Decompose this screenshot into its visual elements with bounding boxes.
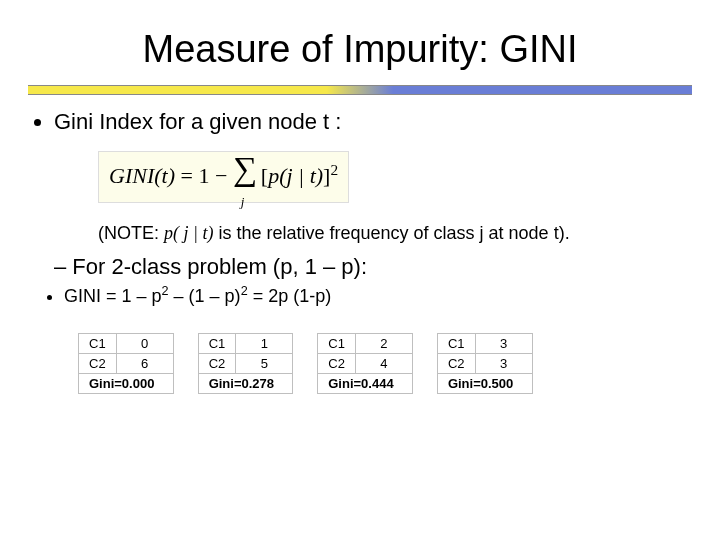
value-c1: 3 [475, 334, 532, 354]
label-c2: C2 [198, 354, 236, 374]
gini-value: Gini=0.444 [318, 374, 413, 394]
bullet-gini-expansion: GINI = 1 – p2 – (1 – p)2 = 2p (1-p) [64, 284, 692, 307]
label-c2: C2 [318, 354, 356, 374]
label-c1: C1 [437, 334, 475, 354]
gini-exp-part2: – (1 – p) [169, 286, 241, 306]
formula-eq: = 1 − [175, 163, 233, 188]
title-divider [28, 85, 692, 95]
page-title: Measure of Impurity: GINI [28, 28, 692, 71]
gini-value: Gini=0.278 [198, 374, 293, 394]
formula-lhs: GINI(t) [109, 163, 175, 188]
gini-exp-part1: GINI = 1 – p [64, 286, 162, 306]
label-c1: C1 [318, 334, 356, 354]
gini-value: Gini=0.000 [79, 374, 174, 394]
bullet-gini-definition: Gini Index for a given node t : [54, 109, 692, 135]
value-c2: 5 [236, 354, 293, 374]
sub-list-2: GINI = 1 – p2 – (1 – p)2 = 2p (1-p) [28, 284, 692, 307]
gini-table-1: C11C25Gini=0.278 [198, 333, 294, 394]
note-pjt: p( j | t) [164, 223, 213, 243]
content-area: Gini Index for a given node t : GINI(t) … [28, 95, 692, 394]
note-suffix: is the relative frequency of class j at … [213, 223, 569, 243]
formula-inner: p(j | t) [268, 163, 323, 188]
gini-table-0: C10C26Gini=0.000 [78, 333, 174, 394]
value-c1: 0 [116, 334, 173, 354]
label-c1: C1 [198, 334, 236, 354]
gini-tables-row: C10C26Gini=0.000C11C25Gini=0.278C12C24Gi… [78, 333, 692, 394]
note-prefix: (NOTE: [98, 223, 164, 243]
sub-list-1: For 2-class problem (p, 1 – p): [28, 254, 692, 280]
gini-exp-part3: = 2p (1-p) [248, 286, 332, 306]
sigma-icon: ∑j [233, 156, 261, 200]
label-c1: C1 [79, 334, 117, 354]
sigma-subscript: j [241, 195, 245, 208]
note-line: (NOTE: p( j | t) is the relative frequen… [98, 223, 692, 244]
label-c2: C2 [79, 354, 117, 374]
formula-exponent: 2 [330, 161, 338, 178]
bullet-two-class: For 2-class problem (p, 1 – p): [54, 254, 692, 280]
value-c1: 1 [236, 334, 293, 354]
value-c1: 2 [355, 334, 412, 354]
value-c2: 6 [116, 354, 173, 374]
gini-table-3: C13C23Gini=0.500 [437, 333, 533, 394]
label-c2: C2 [437, 354, 475, 374]
gini-formula: GINI(t) = 1 − ∑j[p(j | t)]2 [98, 151, 349, 203]
value-c2: 4 [355, 354, 412, 374]
gini-value: Gini=0.500 [437, 374, 532, 394]
top-list: Gini Index for a given node t : [28, 109, 692, 135]
slide: Measure of Impurity: GINI Gini Index for… [0, 0, 720, 540]
value-c2: 3 [475, 354, 532, 374]
gini-table-2: C12C24Gini=0.444 [317, 333, 413, 394]
